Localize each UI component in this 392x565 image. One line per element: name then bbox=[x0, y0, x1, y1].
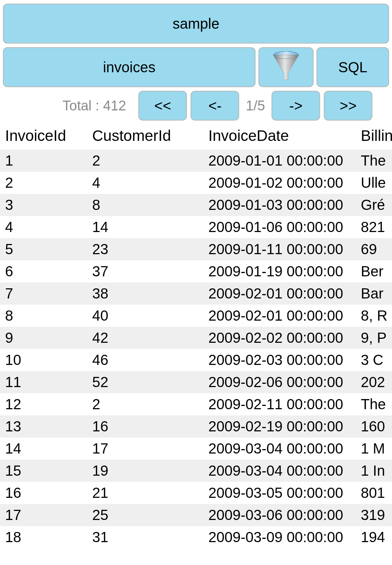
table-row[interactable]: 15192009-03-04 00:00:001 In bbox=[0, 460, 392, 482]
table-row[interactable]: 8402009-02-01 00:00:008, R bbox=[0, 305, 392, 327]
table-row[interactable]: 242009-01-02 00:00:00Ulle bbox=[0, 172, 392, 194]
table-cell: 10 bbox=[0, 349, 87, 371]
column-header-invoiceid[interactable]: InvoiceId bbox=[0, 122, 87, 150]
table-cell: 46 bbox=[87, 349, 203, 371]
table-cell: 16 bbox=[87, 415, 203, 438]
table-cell: 821 bbox=[356, 216, 392, 238]
table-cell: 3 bbox=[0, 194, 87, 216]
table-cell: 4 bbox=[0, 216, 87, 238]
table-cell: 2009-01-11 00:00:00 bbox=[203, 238, 356, 260]
table-cell: Bar bbox=[356, 282, 392, 305]
filter-button[interactable] bbox=[258, 47, 314, 87]
table-cell: 2009-02-06 00:00:00 bbox=[203, 371, 356, 393]
total-count-label: Total : 412 bbox=[62, 98, 126, 114]
table-cell: 2009-02-03 00:00:00 bbox=[203, 349, 356, 371]
table-cell: 4 bbox=[87, 172, 203, 194]
table-cell: 8, R bbox=[356, 305, 392, 327]
data-table: InvoiceId CustomerId InvoiceDate Billing… bbox=[0, 122, 392, 548]
table-row[interactable]: 13162009-02-19 00:00:00160 bbox=[0, 415, 392, 438]
sql-button[interactable]: SQL bbox=[317, 47, 389, 87]
table-cell: 2009-01-02 00:00:00 bbox=[203, 172, 356, 194]
table-cell: 2009-01-03 00:00:00 bbox=[203, 194, 356, 216]
table-row[interactable]: 11522009-02-06 00:00:00202 bbox=[0, 371, 392, 393]
table-cell: 2009-03-06 00:00:00 bbox=[203, 504, 356, 526]
table-cell: 25 bbox=[87, 504, 203, 526]
table-row[interactable]: 16212009-03-05 00:00:00801 bbox=[0, 482, 392, 504]
table-cell: 5 bbox=[0, 238, 87, 260]
database-button[interactable]: sample bbox=[3, 4, 389, 44]
table-row[interactable]: 122009-01-01 00:00:00The bbox=[0, 150, 392, 172]
table-cell: 14 bbox=[0, 438, 87, 460]
table-row[interactable]: 4142009-01-06 00:00:00821 bbox=[0, 216, 392, 238]
table-row[interactable]: 10462009-02-03 00:00:003 C bbox=[0, 349, 392, 371]
table-cell: 2009-01-01 00:00:00 bbox=[203, 150, 356, 172]
table-cell: 17 bbox=[0, 504, 87, 526]
table-cell: 1 bbox=[0, 150, 87, 172]
table-button[interactable]: invoices bbox=[3, 47, 256, 87]
table-cell: 2009-01-06 00:00:00 bbox=[203, 216, 356, 238]
filter-funnel-icon bbox=[269, 49, 303, 86]
next-page-button[interactable]: -> bbox=[271, 91, 320, 121]
table-cell: Ulle bbox=[356, 172, 392, 194]
data-table-wrapper: InvoiceId CustomerId InvoiceDate Billing… bbox=[0, 122, 392, 548]
table-cell: The bbox=[356, 150, 392, 172]
table-cell: 2009-03-09 00:00:00 bbox=[203, 526, 356, 548]
table-cell: Ber bbox=[356, 260, 392, 282]
prev-page-button[interactable]: <- bbox=[191, 91, 239, 121]
table-row[interactable]: 17252009-03-06 00:00:00319 bbox=[0, 504, 392, 526]
table-row[interactable]: 9422009-02-02 00:00:009, P bbox=[0, 327, 392, 349]
table-cell: 69 bbox=[356, 238, 392, 260]
table-row[interactable]: 5232009-01-11 00:00:0069 bbox=[0, 238, 392, 260]
table-cell: 2009-03-04 00:00:00 bbox=[203, 460, 356, 482]
table-cell: 2009-01-19 00:00:00 bbox=[203, 260, 356, 282]
table-row[interactable]: 7382009-02-01 00:00:00Bar bbox=[0, 282, 392, 305]
table-cell: 37 bbox=[87, 260, 203, 282]
last-page-button[interactable]: >> bbox=[324, 91, 372, 121]
table-cell: 2 bbox=[0, 172, 87, 194]
table-cell: 801 bbox=[356, 482, 392, 504]
table-cell: 23 bbox=[87, 238, 203, 260]
table-cell: 3 C bbox=[356, 349, 392, 371]
table-cell: 2009-03-05 00:00:00 bbox=[203, 482, 356, 504]
table-row[interactable]: 18312009-03-09 00:00:00194 bbox=[0, 526, 392, 548]
table-cell: 31 bbox=[87, 526, 203, 548]
table-cell: 8 bbox=[87, 194, 203, 216]
table-cell: 12 bbox=[0, 393, 87, 415]
table-cell: 2009-02-19 00:00:00 bbox=[203, 415, 356, 438]
table-cell: 18 bbox=[0, 526, 87, 548]
table-cell: 2 bbox=[87, 150, 203, 172]
table-cell: 38 bbox=[87, 282, 203, 305]
table-cell: 21 bbox=[87, 482, 203, 504]
table-cell: 40 bbox=[87, 305, 203, 327]
table-cell: 194 bbox=[356, 526, 392, 548]
table-cell: 16 bbox=[0, 482, 87, 504]
table-cell: 52 bbox=[87, 371, 203, 393]
table-cell: 13 bbox=[0, 415, 87, 438]
table-cell: 2009-02-02 00:00:00 bbox=[203, 327, 356, 349]
table-cell: 8 bbox=[0, 305, 87, 327]
table-cell: 42 bbox=[87, 327, 203, 349]
column-header-billing[interactable]: BillingAddress bbox=[356, 122, 392, 150]
table-cell: 15 bbox=[0, 460, 87, 482]
table-cell: 1 M bbox=[356, 438, 392, 460]
table-cell: 7 bbox=[0, 282, 87, 305]
table-cell: The bbox=[356, 393, 392, 415]
table-cell: 2 bbox=[87, 393, 203, 415]
table-row[interactable]: 382009-01-03 00:00:00Gré bbox=[0, 194, 392, 216]
table-row[interactable]: 1222009-02-11 00:00:00The bbox=[0, 393, 392, 415]
table-cell: 160 bbox=[356, 415, 392, 438]
page-indicator-label: 1/5 bbox=[246, 98, 265, 114]
first-page-button[interactable]: << bbox=[138, 91, 187, 121]
table-row[interactable]: 6372009-01-19 00:00:00Ber bbox=[0, 260, 392, 282]
table-cell: Gré bbox=[356, 194, 392, 216]
table-cell: 2009-02-11 00:00:00 bbox=[203, 393, 356, 415]
column-header-invoicedate[interactable]: InvoiceDate bbox=[203, 122, 356, 150]
table-cell: 9, P bbox=[356, 327, 392, 349]
table-cell: 319 bbox=[356, 504, 392, 526]
table-cell: 1 In bbox=[356, 460, 392, 482]
table-cell: 17 bbox=[87, 438, 203, 460]
column-header-customerid[interactable]: CustomerId bbox=[87, 122, 203, 150]
table-row[interactable]: 14172009-03-04 00:00:001 M bbox=[0, 438, 392, 460]
table-cell: 9 bbox=[0, 327, 87, 349]
table-cell: 2009-02-01 00:00:00 bbox=[203, 305, 356, 327]
